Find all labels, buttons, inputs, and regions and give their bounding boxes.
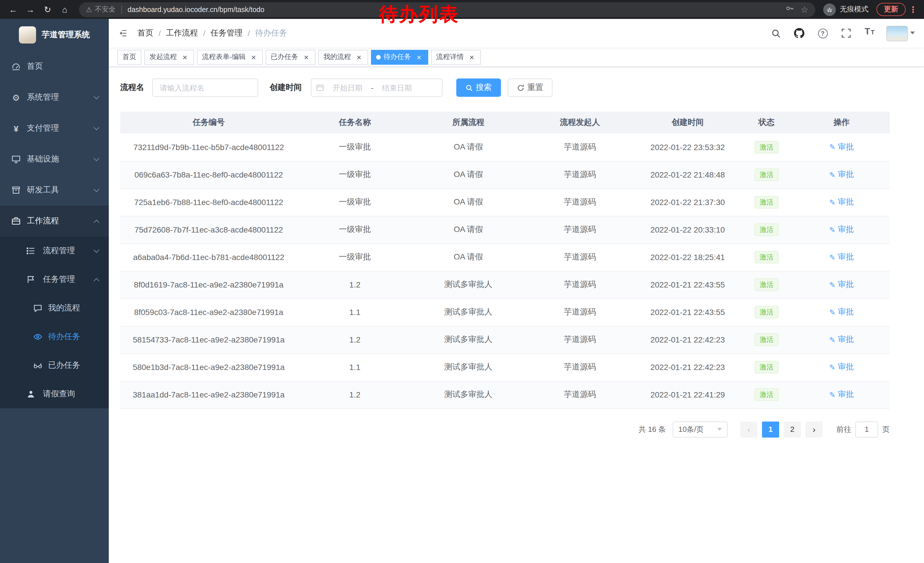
bookmark-star-icon[interactable]: ☆ [801,4,808,15]
approve-link[interactable]: ✎审批 [829,307,854,317]
search-button[interactable]: 搜索 [456,78,501,97]
sidebar-item-workflow[interactable]: 工作流程 [0,206,109,237]
close-icon[interactable]: × [355,53,363,61]
eye-icon [33,332,42,341]
avatar-image [886,26,908,41]
close-icon[interactable]: × [302,53,310,61]
sidebar-collapse-icon[interactable] [109,19,137,48]
cell-task-id: 75d72608-7b7f-11ec-a3c8-acde48001122 [120,216,297,243]
approve-link[interactable]: ✎审批 [829,225,854,235]
tab-item[interactable]: 首页 [117,50,141,65]
edit-icon: ✎ [829,225,836,234]
tab-item[interactable]: 流程详情× [431,50,481,65]
breadcrumb-task-management[interactable]: 任务管理 [211,28,243,38]
cell-status: 激活 [740,353,794,381]
tab-item[interactable]: 已办任务× [266,50,315,65]
font-size-icon[interactable]: TT [863,26,876,40]
person-icon [26,389,36,399]
user-avatar[interactable] [886,26,915,41]
sidebar-item-devtools[interactable]: 研发工具 [0,175,109,206]
cell-initiator: 芋道源码 [524,134,636,161]
approve-link[interactable]: ✎审批 [829,335,854,345]
close-icon[interactable]: × [181,53,189,61]
process-name-input[interactable] [152,78,258,97]
cell-action: ✎审批 [794,161,890,188]
back-icon[interactable]: ← [6,2,21,17]
approve-link[interactable]: ✎审批 [829,170,854,180]
cell-action: ✎审批 [794,271,890,299]
sidebar-item-task-management[interactable]: 任务管理 [0,265,109,294]
page-button[interactable]: 2 [784,421,801,437]
table-row: 069c6a63-7b8a-11ec-8ef0-acde48001122一级审批… [120,161,890,188]
password-key-icon[interactable] [785,4,794,15]
flag-icon [26,275,36,284]
approve-link[interactable]: ✎审批 [829,197,854,207]
security-warning-label[interactable]: 不安全 [95,5,116,14]
tab-item[interactable]: 流程表单-编辑× [197,50,263,65]
page-size-select[interactable]: 10条/页 [673,421,728,437]
total-count: 共 16 条 [639,424,666,434]
toolbox-icon [12,186,21,195]
dashboard-icon [12,62,21,71]
cell-action: ✎审批 [794,188,890,216]
date-range-picker[interactable]: - [311,78,442,97]
yen-icon: ¥ [12,124,21,133]
sidebar-item-payment[interactable]: ¥ 支付管理 [0,113,109,144]
reset-button[interactable]: 重置 [508,78,552,97]
approve-link[interactable]: ✎审批 [829,252,854,262]
sidebar-item-infrastructure[interactable]: 基础设施 [0,144,109,175]
chevron-up-icon [94,219,99,225]
approve-link[interactable]: ✎审批 [829,362,854,372]
sidebar-item-my-process[interactable]: 我的流程 [0,294,109,323]
sidebar-item-system[interactable]: ⚙ 系统管理 [0,82,109,113]
next-page-button[interactable]: › [806,421,823,437]
list-icon [26,246,36,255]
cell-process-name: OA 请假 [412,243,524,271]
chevron-down-icon [94,155,99,161]
cell-task-name: 1.2 [297,271,412,299]
cell-task-id: 381aa1dd-7ac8-11ec-a9e2-a2380e71991a [120,381,297,408]
sidebar-item-done-tasks[interactable]: 已办任务 [0,351,109,380]
cell-initiator: 芋道源码 [524,216,636,243]
sidebar-item-process-management[interactable]: 流程管理 [0,237,109,265]
home-icon[interactable]: ⌂ [57,2,72,17]
cell-status: 激活 [740,216,794,243]
end-date-input[interactable] [375,83,419,92]
sidebar-item-todo-tasks[interactable]: 待办任务 [0,323,109,351]
fullscreen-icon[interactable] [839,26,853,40]
tab-item[interactable]: 我的流程× [318,50,368,65]
tab-item[interactable]: 发起流程× [144,50,194,65]
sidebar: 芋道管理系统 首页 ⚙ 系统管理 ¥ 支付管理 [0,19,109,563]
close-icon[interactable]: × [468,53,476,61]
sidebar-item-home[interactable]: 首页 [0,51,109,82]
page-button[interactable]: 1 [762,421,779,437]
tab-item[interactable]: 待办任务× [371,50,428,65]
approve-link[interactable]: ✎审批 [829,389,854,400]
goto-page-input[interactable] [855,421,878,437]
cell-create-time: 2022-01-22 21:48:48 [636,161,740,188]
breadcrumb-home[interactable]: 首页 [137,28,153,38]
close-icon[interactable]: × [250,53,258,61]
cell-task-name: 一级审批 [297,188,412,216]
browser-menu-icon[interactable]: ⋮ [908,4,918,15]
annotation-overlay: 待办列表 [379,5,459,24]
approve-link[interactable]: ✎审批 [829,142,854,152]
help-icon[interactable]: ? [816,26,830,40]
approve-link[interactable]: ✎审批 [829,279,854,290]
sidebar-item-leave-query[interactable]: 请假查询 [0,380,109,408]
search-icon[interactable] [769,26,783,40]
prev-page-button[interactable]: ‹ [740,421,758,437]
status-badge: 激活 [754,388,778,401]
github-icon[interactable] [792,26,806,40]
table-row: 73211d9d-7b9b-11ec-b5b7-acde48001122一级审批… [120,134,890,161]
update-button[interactable]: 更新 [876,3,906,16]
start-date-input[interactable] [325,83,370,92]
tab-label: 发起流程 [149,52,177,62]
table-row: 580e1b3d-7ac8-11ec-a9e2-a2380e71991a1.1测… [120,353,890,381]
refresh-icon[interactable]: ↻ [40,2,55,17]
create-time-label: 创建时间 [270,83,302,93]
close-icon[interactable]: × [415,53,423,61]
column-header: 创建时间 [636,112,740,134]
forward-icon[interactable]: → [23,2,38,17]
breadcrumb-workflow[interactable]: 工作流程 [166,28,198,38]
